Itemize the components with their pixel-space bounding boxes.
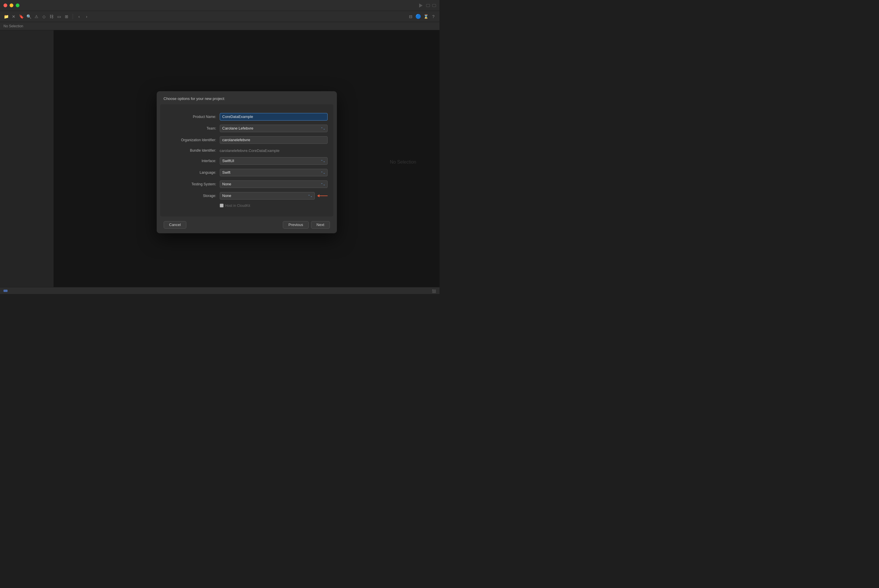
- diamond-icon[interactable]: ◇: [41, 14, 47, 19]
- storage-select-wrapper: None Core Data SwiftData: [220, 192, 315, 200]
- org-identifier-input[interactable]: [220, 136, 328, 144]
- grid-icon[interactable]: ⊞: [64, 14, 69, 19]
- status-bar: ⬛: [0, 287, 440, 294]
- bundle-identifier-text: carolanelefebvre.CoreDataExample: [220, 147, 279, 154]
- dialog-overlay: Choose options for your new project: Pro…: [54, 30, 440, 294]
- close-icon[interactable]: ✕: [11, 14, 16, 19]
- team-row: Team: Carolane Lefebvre: [166, 124, 328, 132]
- team-control: Carolane Lefebvre: [220, 124, 328, 132]
- content-area: No Selection Choose options for your new…: [54, 30, 440, 294]
- folder-icon[interactable]: 📁: [3, 14, 9, 19]
- close-button[interactable]: [3, 3, 7, 7]
- previous-button[interactable]: Previous: [283, 221, 309, 229]
- cloudkit-row: Host in CloudKit: [220, 204, 328, 208]
- no-selection-text: No Selection: [3, 24, 23, 28]
- sidebar: [0, 30, 54, 294]
- arrow-head-icon: [317, 194, 320, 197]
- bookmark-icon[interactable]: 🔖: [19, 14, 24, 19]
- dialog-title: Choose options for your new project:: [164, 96, 225, 101]
- traffic-lights: [3, 3, 20, 7]
- rect-icon[interactable]: ▭: [56, 14, 62, 19]
- window-split-button[interactable]: [432, 4, 436, 7]
- main-layout: No Selection Choose options for your new…: [0, 30, 440, 294]
- testing-system-label: Testing System:: [166, 182, 220, 186]
- org-identifier-control: [220, 136, 328, 144]
- org-identifier-label: Organization Identifier:: [166, 138, 220, 142]
- product-name-label: Product Name:: [166, 115, 220, 119]
- new-project-dialog: Choose options for your new project: Pro…: [157, 91, 337, 233]
- cancel-button[interactable]: Cancel: [164, 221, 186, 229]
- testing-system-select[interactable]: None XCTest: [220, 180, 328, 188]
- testing-system-control: None XCTest: [220, 180, 328, 188]
- link-icon[interactable]: ⛓: [49, 14, 54, 19]
- storage-select[interactable]: None Core Data SwiftData: [220, 192, 315, 200]
- minimize-button[interactable]: [10, 3, 14, 7]
- history-icon[interactable]: ⌛: [423, 14, 428, 19]
- inspector-icon[interactable]: ⊟: [408, 14, 413, 19]
- cloudkit-checkbox[interactable]: [220, 204, 224, 207]
- help-icon[interactable]: ?: [431, 14, 436, 19]
- interface-select[interactable]: SwiftUI Storyboard: [220, 157, 328, 165]
- interface-row: Interface: SwiftUI Storyboard: [166, 157, 328, 165]
- language-control: Swift Objective-C: [220, 169, 328, 176]
- product-name-row: Product Name:: [166, 113, 328, 121]
- language-row: Language: Swift Objective-C: [166, 169, 328, 176]
- storage-label: Storage:: [166, 194, 220, 198]
- svg-marker-0: [419, 3, 423, 8]
- language-select-wrapper: Swift Objective-C: [220, 169, 328, 176]
- arrow-line: [320, 195, 328, 196]
- bundle-identifier-value: carolanelefebvre.CoreDataExample: [220, 148, 328, 153]
- nav-back-icon[interactable]: ‹: [77, 14, 82, 19]
- nav-buttons: Previous Next: [283, 221, 330, 229]
- nav-forward-icon[interactable]: ›: [84, 14, 89, 19]
- search-icon[interactable]: 🔍: [26, 14, 32, 19]
- status-indicator: [3, 290, 8, 292]
- language-label: Language:: [166, 171, 220, 175]
- titlebar: [0, 0, 440, 11]
- status-icon: ⬛: [432, 290, 436, 293]
- team-select-wrapper: Carolane Lefebvre: [220, 124, 328, 132]
- run-button[interactable]: [418, 3, 424, 8]
- warning-icon[interactable]: ⚠: [34, 14, 39, 19]
- dialog-header: Choose options for your new project:: [157, 91, 337, 104]
- dialog-body: Product Name: Team: Carolane Lefebvre: [160, 104, 334, 216]
- testing-select-wrapper: None XCTest: [220, 180, 328, 188]
- storage-row: Storage: None Core Data SwiftData: [166, 192, 328, 200]
- status-right: ⬛: [432, 288, 436, 293]
- storage-arrow-annotation: [317, 194, 328, 197]
- dialog-footer: Cancel Previous Next: [157, 216, 337, 233]
- team-label: Team:: [166, 126, 220, 130]
- next-button[interactable]: Next: [311, 221, 330, 229]
- interface-control: SwiftUI Storyboard: [220, 157, 328, 165]
- product-name-input[interactable]: [220, 113, 328, 121]
- interface-label: Interface:: [166, 159, 220, 163]
- org-identifier-row: Organization Identifier:: [166, 136, 328, 144]
- product-name-control: [220, 113, 328, 121]
- cloudkit-label: Host in CloudKit: [225, 204, 250, 208]
- maximize-button[interactable]: [16, 3, 20, 7]
- no-selection-label: No Selection: [0, 22, 440, 30]
- bundle-identifier-row: Bundle Identifier: carolanelefebvre.Core…: [166, 148, 328, 153]
- team-select[interactable]: Carolane Lefebvre: [220, 124, 328, 132]
- toolbar: 📁 ✕ 🔖 🔍 ⚠ ◇ ⛓ ▭ ⊞ ‹ › ⊟ 🔵 ⌛ ?: [0, 11, 440, 22]
- interface-select-wrapper: SwiftUI Storyboard: [220, 157, 328, 165]
- window-button[interactable]: [426, 4, 430, 7]
- language-select[interactable]: Swift Objective-C: [220, 169, 328, 176]
- titlebar-right: [418, 3, 436, 8]
- account-icon[interactable]: 🔵: [416, 14, 421, 19]
- bundle-identifier-label: Bundle Identifier:: [166, 148, 220, 153]
- testing-system-row: Testing System: None XCTest: [166, 180, 328, 188]
- storage-control: None Core Data SwiftData: [220, 192, 328, 200]
